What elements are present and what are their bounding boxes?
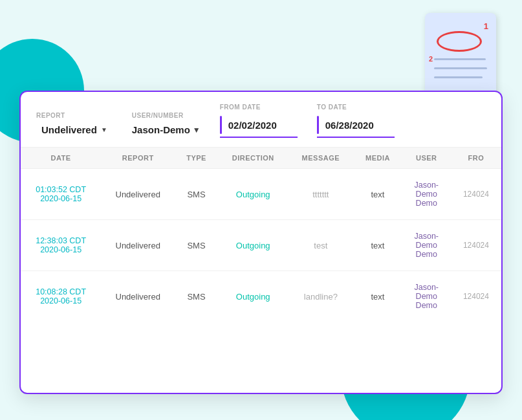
col-message: MESSAGE	[288, 148, 354, 169]
cell-message-2: landline?	[288, 271, 354, 322]
from-date-filter-group: FROM DATE 02/02/2020	[220, 104, 298, 138]
to-date-filter-group: TO DATE 06/28/2020	[317, 104, 395, 138]
table-container: DATE REPORT TYPE DIRECTION MESSAGE MEDIA…	[21, 148, 501, 394]
from-date-label: FROM DATE	[220, 104, 298, 111]
col-user: USER	[402, 148, 451, 169]
report-value: Undelivered	[41, 124, 97, 135]
cell-message-0: ttttttt	[288, 169, 354, 220]
cell-media-0: text	[353, 169, 402, 220]
cell-user-0: Jason-DemoDemo	[402, 169, 451, 220]
to-date-input[interactable]: 06/28/2020	[317, 113, 395, 138]
doc-paper: 1 2	[425, 13, 496, 104]
report-arrow-icon: ▼	[101, 126, 107, 133]
col-report: REPORT	[101, 148, 175, 169]
table-row: 12:38:03 CDT2020-06-15 Undelivered SMS O…	[21, 220, 501, 271]
filter-row: REPORT Undelivered ▼ USER/NUMBER Jason-D…	[21, 92, 501, 148]
cell-type-2: SMS	[175, 271, 218, 322]
cell-date-2: 10:08:28 CDT2020-06-15	[21, 271, 101, 322]
cell-from-1: 124024	[451, 220, 501, 271]
doc-number2: 2	[429, 55, 433, 63]
from-date-value: 02/02/2020	[228, 120, 277, 131]
cell-date-0: 01:03:52 CDT2020-06-15	[21, 169, 101, 220]
cell-user-2: Jason-DemoDemo	[402, 271, 451, 322]
cell-report-1: Undelivered	[101, 220, 175, 271]
col-media: MEDIA	[353, 148, 402, 169]
report-filter-group: REPORT Undelivered ▼	[36, 112, 113, 138]
cell-direction-0: Outgoing	[218, 169, 288, 220]
cell-direction-1: Outgoing	[218, 220, 288, 271]
cell-type-0: SMS	[175, 169, 218, 220]
user-filter-group: USER/NUMBER Jason-Demo ▼	[132, 112, 201, 138]
table-row: 01:03:52 CDT2020-06-15 Undelivered SMS O…	[21, 169, 501, 220]
user-label: USER/NUMBER	[132, 112, 201, 119]
report-label: REPORT	[36, 112, 113, 119]
table-header: DATE REPORT TYPE DIRECTION MESSAGE MEDIA…	[21, 148, 501, 169]
cell-media-1: text	[353, 220, 402, 271]
report-select[interactable]: Undelivered ▼	[36, 122, 113, 138]
data-table: DATE REPORT TYPE DIRECTION MESSAGE MEDIA…	[21, 148, 501, 322]
doc-number: 1	[484, 21, 488, 31]
cell-date-1: 12:38:03 CDT2020-06-15	[21, 220, 101, 271]
main-card: REPORT Undelivered ▼ USER/NUMBER Jason-D…	[19, 91, 503, 394]
cell-user-1: Jason-DemoDemo	[402, 220, 451, 271]
user-select[interactable]: Jason-Demo ▼	[132, 122, 201, 138]
to-date-label: TO DATE	[317, 104, 395, 111]
col-direction: DIRECTION	[218, 148, 288, 169]
table-row: 10:08:28 CDT2020-06-15 Undelivered SMS O…	[21, 271, 501, 322]
header-row: DATE REPORT TYPE DIRECTION MESSAGE MEDIA…	[21, 148, 501, 169]
cell-report-2: Undelivered	[101, 271, 175, 322]
cell-message-1: test	[288, 220, 354, 271]
col-date: DATE	[21, 148, 101, 169]
from-date-bar	[220, 116, 222, 134]
to-date-value: 06/28/2020	[325, 120, 374, 131]
doc-oval	[437, 31, 482, 52]
cell-from-0: 124024	[451, 169, 501, 220]
cell-media-2: text	[353, 271, 402, 322]
user-arrow-icon: ▼	[193, 126, 201, 135]
cell-from-2: 124024	[451, 271, 501, 322]
to-date-bar	[317, 116, 319, 134]
cell-report-0: Undelivered	[101, 169, 175, 220]
cell-direction-2: Outgoing	[218, 271, 288, 322]
col-from: FRO	[451, 148, 501, 169]
table-body: 01:03:52 CDT2020-06-15 Undelivered SMS O…	[21, 169, 501, 322]
col-type: TYPE	[175, 148, 218, 169]
cell-type-1: SMS	[175, 220, 218, 271]
from-date-input[interactable]: 02/02/2020	[220, 113, 298, 138]
user-value: Jason-Demo	[132, 124, 190, 135]
